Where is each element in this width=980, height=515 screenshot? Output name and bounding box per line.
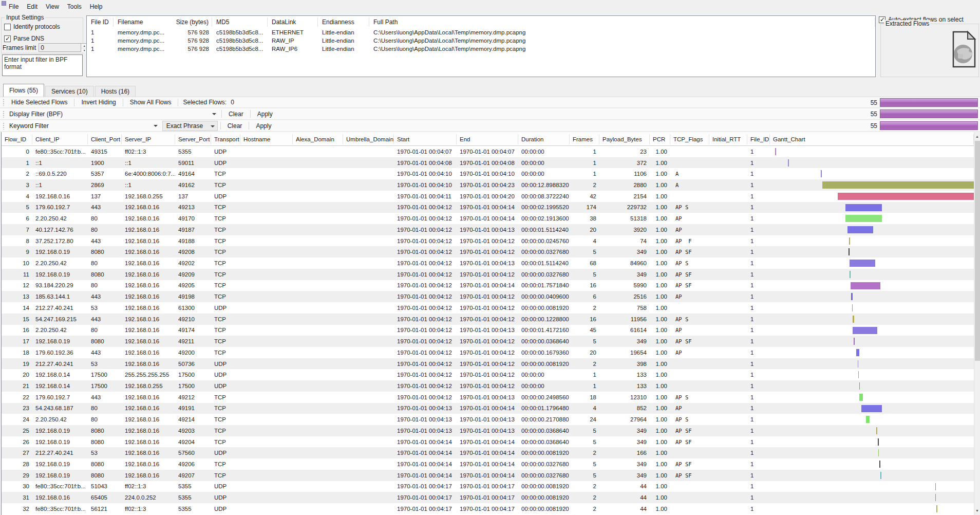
table-row[interactable]: 19212.27.40.24153192.168.0.1650736UDP197… [2,358,974,370]
table-row[interactable]: 1554.247.169.215443192.168.0.1649210TCP1… [2,314,974,325]
table-row[interactable]: 13185.63.144.1443192.168.0.1649198TCP197… [2,291,974,302]
col-umbrella-domain[interactable]: Umbrella_Domain [343,134,394,144]
keyword-filter-apply-button[interactable]: Apply [252,121,275,131]
col-payload-bytes[interactable]: Payload_Bytes [599,134,650,144]
table-row[interactable]: 1::11900::159011UDP1970-01-01 00:04:0819… [2,157,974,169]
file-col-full-path[interactable]: Full Path [369,17,875,27]
toolbar-grip-icon[interactable] [3,111,5,118]
cell-gantt-chart [770,392,974,403]
gantt-bar [858,371,859,378]
table-row[interactable]: 4192.168.0.16137192.168.0.255137UDP1970-… [2,191,974,202]
table-row[interactable]: 14212.27.40.24153192.168.0.1661300UDP197… [2,302,974,314]
col-end[interactable]: End [457,134,518,144]
frames-limit-stepper[interactable]: 0 ▲▼ [39,43,88,52]
chevron-down-icon[interactable] [154,125,158,127]
parse-dns-checkbox[interactable]: Parse DNS [4,35,44,42]
col-pcr[interactable]: PCR [650,134,670,144]
menu-tools[interactable]: Tools [63,2,86,12]
menu-view[interactable]: View [42,2,63,12]
col-frames[interactable]: Frames [570,134,599,144]
table-row[interactable]: 9192.168.0.198080192.168.0.1649208TCP197… [2,246,974,258]
col-flow-id[interactable]: Flow_ID [2,134,32,144]
show-all-flows-button[interactable]: Show All Flows [126,98,176,107]
toolbar-grip-icon[interactable] [3,99,5,106]
table-row[interactable]: 17192.168.0.198080192.168.0.1649211TCP19… [2,336,974,347]
keyword-filter-clear-button[interactable]: Clear [223,121,247,131]
file-row[interactable]: 1memory.dmp.pc...576 928c5198b5b3d5c8...… [87,45,875,53]
toolbar-grip-icon[interactable] [3,122,5,130]
table-row[interactable]: 2::69.0.5.22053576e:4000:8006:0:7...4916… [2,168,974,179]
col-initial-rtt[interactable]: Initial_RTT [709,134,747,144]
file-col-filename[interactable]: Filename [114,17,180,27]
col-gantt-chart[interactable]: Gantt_Chart [770,134,974,144]
menu-file[interactable]: File [5,2,23,12]
menu-edit[interactable]: Edit [23,2,42,12]
col-client-port[interactable]: Client_Port [88,134,122,144]
display-filter-clear-button[interactable]: Clear [224,109,248,119]
bpf-filter-input[interactable]: Enter input filter in BPF format [2,54,83,76]
file-row[interactable]: 1memory.dmp.pc...576 928c5198b5b3d5c8...… [87,28,875,36]
file-col-endianness[interactable]: Endianness [318,17,369,27]
frames-limit-value[interactable]: 0 [39,44,81,51]
checkbox-unchecked-icon[interactable] [4,24,11,30]
table-row[interactable]: 26192.168.0.198080192.168.0.1649204TCP19… [2,436,974,448]
table-row[interactable]: 31192.168.0.1665405224.0.0.2525355UDP197… [2,492,974,503]
col-alexa-domain[interactable]: Alexa_Domain [293,134,343,144]
table-row[interactable]: 242.20.250.4280192.168.0.1649214TCP1970-… [2,414,974,425]
keyword-filter-combobox[interactable] [51,121,160,131]
file-row[interactable]: 1memory.dmp.pc...576 928c5198b5b3d5c8...… [87,36,875,45]
table-row[interactable]: 3::12869::149162TCP1970-01-01 00:04:1019… [2,179,974,191]
table-row[interactable]: 29192.168.0.198080192.168.0.1649207TCP19… [2,470,974,481]
file-col-datalink[interactable]: DataLink [268,17,318,27]
table-row[interactable]: 1293.184.220.2980192.168.0.1649205TCP197… [2,280,974,291]
chevron-down-icon[interactable] [212,113,216,115]
table-row[interactable]: 18179.60.192.36443192.168.0.1649200TCP19… [2,347,974,358]
table-row[interactable]: 28192.168.0.198080192.168.0.1649206TCP19… [2,458,974,470]
checkbox-checked-icon[interactable] [4,35,11,42]
col-transport[interactable]: Transport [211,134,240,144]
table-row[interactable]: 22179.60.192.7443192.168.0.1649212TCP197… [2,392,974,403]
hide-selected-flows-button[interactable]: Hide Selected Flows [7,98,71,107]
table-row[interactable]: 25192.168.0.198080192.168.0.1649203TCP19… [2,425,974,436]
table-row[interactable]: 21192.168.0.1417500192.168.0.25517500UDP… [2,380,974,392]
tab-hosts[interactable]: Hosts (16) [95,86,136,97]
scroll-up-icon[interactable]: ▲ [974,133,980,140]
col-file-id[interactable]: File_ID [747,134,770,144]
table-row[interactable]: 62.20.250.4280192.168.0.1649170TCP1970-0… [2,213,974,224]
col-hostname[interactable]: Hostname [240,134,293,144]
table-row[interactable]: 837.252.172.80443192.168.0.1649188TCP197… [2,235,974,247]
vertical-scrollbar[interactable]: ▲ ▼ [974,132,980,515]
file-col-size-bytes-[interactable]: Size (bytes) [180,17,212,27]
cell-duration: 00:00:02.1995520 [518,204,570,210]
chevron-down-icon[interactable] [211,125,215,127]
col-server-ip[interactable]: Server_IP [122,134,175,144]
match-mode-combobox[interactable]: Exact Phrase [162,121,218,131]
table-row[interactable]: 0fe80::35cc:701f:b...49315ff02::1:35355U… [2,146,974,157]
col-server-port[interactable]: Server_Port [175,134,211,144]
col-start[interactable]: Start [394,134,457,144]
table-row[interactable]: 5179.60.192.7443192.168.0.1649213TCP1970… [2,202,974,213]
scroll-down-icon[interactable]: ▼ [974,507,980,514]
table-row[interactable]: 162.20.250.4280192.168.0.1649174TCP1970-… [2,325,974,336]
table-row[interactable]: 30fe80::35cc:701f:b...51043ff02::1:35355… [2,481,974,492]
table-row[interactable]: 32fe80::35cc:701f:b...56121ff02::1:35355… [2,503,974,514]
invert-hiding-button[interactable]: Invert Hiding [77,98,120,107]
table-row[interactable]: 27212.27.40.24153192.168.0.1657560UDP197… [2,447,974,458]
display-filter-apply-button[interactable]: Apply [253,109,277,119]
tab-flows[interactable]: Flows (55) [3,84,44,97]
display-filter-combobox[interactable] [65,109,219,119]
identify-protocols-checkbox[interactable]: Identify protocols [4,23,60,30]
menu-help[interactable]: Help [86,2,107,12]
tab-services[interactable]: Services (10) [45,86,94,97]
col-duration[interactable]: Duration [518,134,570,144]
col-tcp-flags[interactable]: TCP_Flags [670,134,709,144]
table-row[interactable]: 11192.168.0.198080192.168.0.1649209TCP19… [2,269,974,280]
file-col-md5[interactable]: MD5 [212,17,268,27]
file-col-file-id[interactable]: File ID [87,17,114,27]
table-row[interactable]: 102.20.250.4280192.168.0.1649202TCP1970-… [2,258,974,269]
col-client-ip[interactable]: Client_IP [32,134,88,144]
scrollbar-thumb[interactable] [975,141,980,361]
table-row[interactable]: 20192.168.0.1417500255.255.255.25517500U… [2,369,974,380]
table-row[interactable]: 740.127.142.7680192.168.0.1649187TCP1970… [2,224,974,235]
table-row[interactable]: 2354.243.68.18780192.168.0.1649191TCP197… [2,403,974,414]
